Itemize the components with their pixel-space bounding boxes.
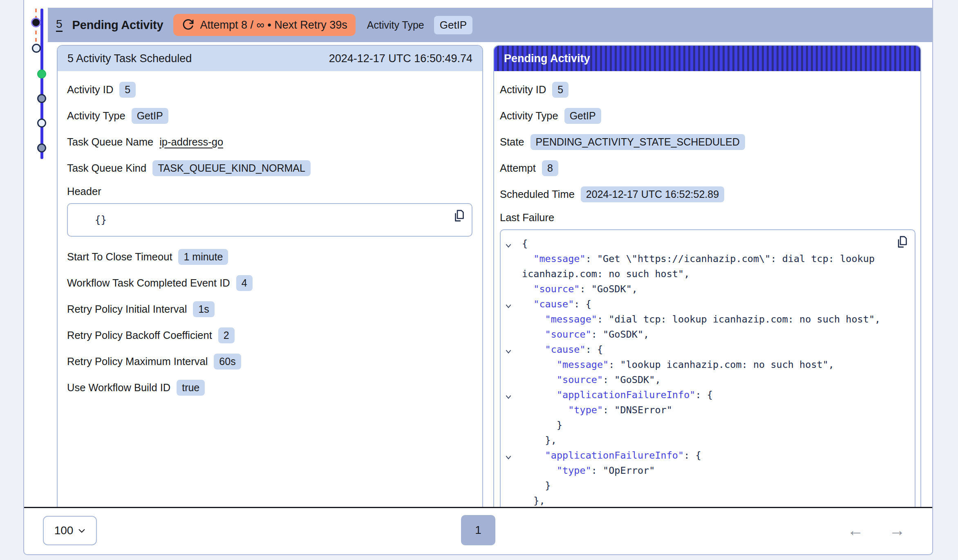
pending-activity-card-header: Pending Activity	[494, 46, 920, 71]
right-card-title: Pending Activity	[504, 52, 590, 65]
chevron-down-icon	[78, 528, 85, 533]
field-label: Activity ID	[500, 84, 546, 96]
field-row: Attempt 8	[500, 159, 915, 177]
field-label: Use Workflow Build ID	[67, 382, 170, 394]
field-value: 2024-12-17 UTC 16:52:52.89	[581, 186, 724, 202]
retry-status-badge: Attempt 8 / ∞ • Next Retry 39s	[173, 14, 356, 36]
field-row: Activity Type GetIP	[500, 107, 915, 124]
right-field-list: Activity ID 5 Activity Type GetIP State …	[500, 81, 915, 203]
field-label: Task Queue Kind	[67, 162, 146, 174]
field-value: true	[177, 380, 205, 396]
collapse-chevron-icon[interactable]	[505, 240, 512, 248]
copy-icon	[895, 235, 909, 249]
event-id-link[interactable]: 5	[56, 18, 63, 32]
copy-icon	[452, 209, 466, 223]
field-label: Start To Close Timeout	[67, 251, 172, 263]
field-row: Activity Type GetIP	[67, 107, 472, 124]
field-row: Retry Policy Initial Interval 1s	[67, 300, 472, 318]
field-value: 5	[119, 82, 136, 98]
field-label: Attempt	[500, 162, 536, 174]
field-row: Activity ID 5	[67, 81, 472, 98]
field-value: 1s	[193, 301, 214, 317]
pagination-bar: 100 1 ← →	[24, 507, 932, 553]
page-number-button[interactable]: 1	[461, 515, 495, 545]
activity-task-scheduled-card: 5 Activity Task Scheduled 2024-12-17 UTC…	[57, 45, 483, 507]
timeline-line	[40, 9, 43, 159]
field-value: 60s	[214, 354, 241, 370]
field-label: Task Queue Name	[67, 136, 153, 148]
field-row: Workflow Task Completed Event ID 4	[67, 274, 472, 291]
pending-activity-card: Pending Activity Activity ID 5 Activity …	[493, 45, 921, 507]
field-row: Retry Policy Backoff Coefficient 2	[67, 327, 472, 344]
field-value: ip-address-go	[159, 136, 223, 148]
timeline-event-dot-neutral	[37, 94, 46, 103]
left-card-title: 5 Activity Task Scheduled	[67, 52, 192, 65]
timeline-pending-dashed-line	[35, 9, 37, 49]
field-label: Retry Policy Initial Interval	[67, 303, 187, 315]
field-label: State	[500, 136, 524, 148]
header-payload-code: {}	[68, 214, 107, 226]
last-failure-label: Last Failure	[500, 212, 915, 224]
field-label: Retry Policy Backoff Coefficient	[67, 329, 212, 341]
field-row: Scheduled Time 2024-12-17 UTC 16:52:52.8…	[500, 186, 915, 203]
timeline-event-dot-neutral	[37, 143, 46, 152]
field-row: Task Queue Name ip-address-go	[67, 133, 472, 150]
field-value: TASK_QUEUE_KIND_NORMAL	[152, 160, 311, 176]
field-row: Task Queue Kind TASK_QUEUE_KIND_NORMAL	[67, 159, 472, 177]
field-value: 2	[218, 327, 235, 343]
header-payload-box: {}	[67, 203, 472, 237]
collapse-chevron-icon[interactable]	[505, 392, 512, 399]
timeline-event-dot-pending	[31, 18, 41, 27]
page-size-value: 100	[54, 524, 74, 537]
next-page-arrow-icon[interactable]: →	[889, 522, 905, 538]
field-row: Start To Close Timeout 1 minute	[67, 248, 472, 265]
left-field-list-top: Activity ID 5 Activity Type GetIP Task Q…	[67, 81, 472, 177]
left-card-header: 5 Activity Task Scheduled 2024-12-17 UTC…	[58, 46, 482, 71]
retry-icon	[181, 18, 195, 31]
field-label: Activity Type	[67, 110, 125, 122]
field-label: Retry Policy Maximum Interval	[67, 356, 208, 367]
header-section-label: Header	[67, 186, 472, 197]
timeline-event-dot-success	[37, 69, 46, 78]
field-label: Scheduled Time	[500, 188, 575, 200]
copy-button[interactable]	[452, 209, 466, 224]
field-label: Workflow Task Completed Event ID	[67, 277, 230, 289]
previous-page-arrow-icon[interactable]: ←	[847, 522, 864, 538]
page-size-select[interactable]: 100	[43, 516, 97, 545]
field-row: Activity ID 5	[500, 81, 915, 98]
field-value: GetIP	[564, 108, 601, 124]
field-value: 4	[236, 275, 253, 291]
timeline-gutter	[24, 0, 48, 507]
event-row-header[interactable]: 5 Pending Activity Attempt 8 / ∞ • Next …	[48, 8, 932, 42]
event-title: Pending Activity	[72, 18, 163, 32]
event-detail-content: 5 Pending Activity Attempt 8 / ∞ • Next …	[24, 0, 932, 507]
event-timestamp: 2024-12-17 UTC 16:50:49.74	[329, 52, 472, 65]
field-label: Activity Type	[500, 110, 558, 122]
workflow-history-panel: 5 Pending Activity Attempt 8 / ∞ • Next …	[23, 0, 933, 555]
copy-button[interactable]	[895, 235, 909, 250]
field-label: Activity ID	[67, 84, 113, 96]
json-code-lines: { "message": "Get \"https://icanhazip.co…	[501, 237, 893, 507]
activity-type-chip: GetIP	[434, 16, 472, 34]
field-value: GetIP	[132, 108, 168, 124]
collapse-chevron-icon[interactable]	[505, 452, 512, 459]
field-row: State PENDING_ACTIVITY_STATE_SCHEDULED	[500, 133, 915, 150]
field-row: Retry Policy Maximum Interval 60s	[67, 353, 472, 370]
collapse-chevron-icon[interactable]	[505, 301, 512, 308]
activity-type-label: Activity Type	[367, 19, 424, 31]
last-failure-json: { "message": "Get \"https://icanhazip.co…	[500, 229, 915, 507]
retry-badge-label: Attempt 8 / ∞ • Next Retry 39s	[200, 19, 347, 31]
timeline-event-dot-open	[37, 119, 46, 128]
timeline-event-dot-open	[32, 44, 41, 53]
left-field-list-bottom: Start To Close Timeout 1 minute Workflow…	[67, 248, 472, 396]
collapse-chevron-icon[interactable]	[505, 346, 512, 354]
field-value: 1 minute	[178, 249, 228, 265]
field-row: Use Workflow Build ID true	[67, 379, 472, 396]
field-value: PENDING_ACTIVITY_STATE_SCHEDULED	[530, 134, 745, 150]
field-value: 5	[552, 82, 569, 98]
field-value: 8	[542, 160, 558, 176]
